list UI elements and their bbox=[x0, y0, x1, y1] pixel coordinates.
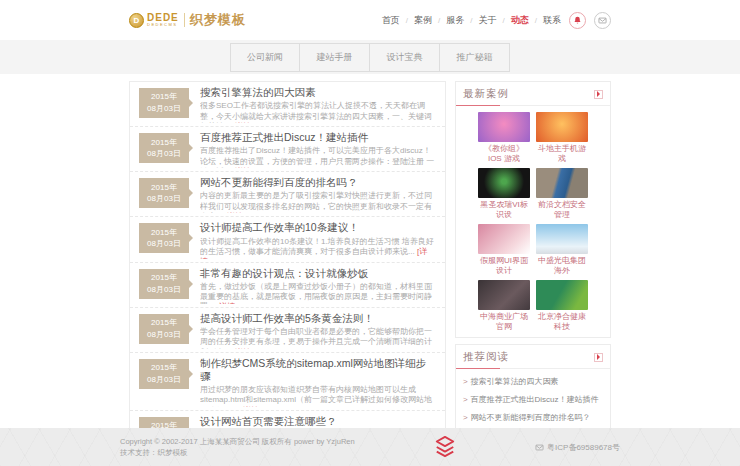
article-title[interactable]: 设计网站首页需要注意哪些？ bbox=[200, 415, 435, 428]
case-item[interactable]: 前沿文档安全管理 bbox=[536, 168, 588, 219]
article-desc-text: 内容的更新最主要的是为了吸引搜索引擎对快照进行更新，不过同样我们可以发现很多排名… bbox=[200, 191, 432, 213]
article-more-link[interactable]: [详情] bbox=[233, 348, 253, 349]
case-caption[interactable]: 前沿文档安全管理 bbox=[536, 200, 588, 219]
case-thumbnail[interactable] bbox=[536, 224, 588, 254]
article-date-badge: 2015年 08月03日 bbox=[139, 417, 189, 428]
article-date-day: 08月03日 bbox=[147, 148, 181, 160]
nav-item-home[interactable]: 首页 bbox=[382, 14, 400, 27]
article-item[interactable]: 2015年 08月03日 百度推荐正式推出Discuz！建站插件 百度推荐推出了… bbox=[130, 127, 445, 172]
nav-item-services[interactable]: 服务 bbox=[446, 14, 464, 27]
site-logo[interactable]: D DEDE DEDECMS 织梦模板 bbox=[129, 11, 246, 29]
copyright-line: Copyright © 2002-2017 上海某某商贸公司 版权所有 powe… bbox=[120, 436, 355, 447]
nav-item-cases[interactable]: 案例 bbox=[414, 14, 432, 27]
recommended-article-label: 搜索引擎算法的四大因素 bbox=[471, 377, 559, 386]
case-caption[interactable]: 《教你组》IOS 游戏 bbox=[478, 144, 530, 163]
more-reading-arrow-icon[interactable] bbox=[594, 353, 603, 362]
article-date-year: 2015年 bbox=[151, 317, 177, 329]
article-item[interactable]: 2015年 08月03日 搜索引擎算法的四大因素 很多SEO工作者都说搜索引擎的… bbox=[130, 82, 445, 127]
article-desc: 设计师提高工作效率的10条建议！1.培养良好的生活习惯 培养良好的生活习惯，做事… bbox=[200, 237, 435, 259]
article-item[interactable]: 2015年 08月03日 设计网站首页需要注意哪些？ 不论作为企业自身还是网站优… bbox=[130, 411, 445, 428]
case-thumbnail[interactable] bbox=[536, 168, 588, 198]
article-body: 设计师提高工作效率的10条建议！ 设计师提高工作效率的10条建议！1.培养良好的… bbox=[200, 221, 435, 258]
article-more-link[interactable]: [详情] bbox=[241, 406, 261, 407]
recommended-article-link[interactable]: >百度推荐正式推出Discuz！建站插件 bbox=[456, 390, 610, 408]
article-desc-text: 学会任务管理对于每个自由职业者都是必要的，它能够帮助你把一周的任务安排更有条理，… bbox=[200, 327, 432, 349]
tab-company-news[interactable]: 公司新闻 bbox=[230, 43, 300, 72]
case-thumbnail[interactable] bbox=[478, 168, 530, 198]
article-date-year: 2015年 bbox=[151, 362, 177, 374]
case-caption[interactable]: 假服网UI界面设计 bbox=[478, 256, 530, 275]
nav-item-contact[interactable]: 联系 bbox=[543, 14, 561, 27]
recommended-article-link[interactable]: >搜索引擎算法的四大因素 bbox=[456, 372, 610, 390]
article-title[interactable]: 百度推荐正式推出Discuz！建站插件 bbox=[200, 131, 435, 144]
article-date-year: 2015年 bbox=[151, 420, 177, 428]
article-body: 提高设计师工作效率的5条黄金法则！ 学会任务管理对于每个自由职业者都是必要的，它… bbox=[200, 312, 435, 349]
article-desc-text: 很多SEO工作者都说搜索引擎的算法让人捉摸不透，天天都在调整，今天小编就给大家讲… bbox=[200, 101, 432, 123]
nav-item-about[interactable]: 关于 bbox=[479, 14, 497, 27]
article-item[interactable]: 2015年 08月03日 设计师提高工作效率的10条建议！ 设计师提高工作效率的… bbox=[130, 217, 445, 262]
article-more-link[interactable]: [详情] bbox=[217, 302, 237, 303]
article-date-badge: 2015年 08月03日 bbox=[139, 223, 189, 253]
case-thumbnail[interactable] bbox=[536, 112, 588, 142]
article-body: 搜索引擎算法的四大因素 很多SEO工作者都说搜索引擎的算法让人捉摸不透，天天都在… bbox=[200, 86, 435, 123]
footer-copyright: Copyright © 2002-2017 上海某某商贸公司 版权所有 powe… bbox=[120, 436, 355, 459]
nav-item-news-active[interactable]: 动态 bbox=[511, 14, 529, 27]
article-date-year: 2015年 bbox=[151, 272, 177, 284]
article-date-day: 08月03日 bbox=[147, 284, 181, 296]
article-title[interactable]: 网站不更新能得到百度的排名吗？ bbox=[200, 176, 435, 189]
nav-separator: / bbox=[503, 16, 505, 25]
article-date-year: 2015年 bbox=[151, 227, 177, 239]
case-caption[interactable]: 黑圣农瑞VI标识设 bbox=[478, 200, 530, 219]
article-date-badge: 2015年 08月03日 bbox=[139, 133, 189, 163]
case-caption[interactable]: 北京净合健康科技 bbox=[536, 312, 588, 331]
latest-cases-title: 最新案例 bbox=[463, 87, 509, 101]
article-more-link[interactable]: [详情] bbox=[233, 122, 253, 123]
case-thumbnail[interactable] bbox=[478, 280, 530, 310]
bullet: > bbox=[463, 413, 468, 422]
case-caption[interactable]: 斗地主手机游戏 bbox=[536, 144, 588, 163]
mail-icon[interactable] bbox=[594, 12, 611, 29]
tab-promotion[interactable]: 推广秘籍 bbox=[440, 43, 510, 72]
case-item[interactable]: 假服网UI界面设计 bbox=[478, 224, 530, 275]
article-title[interactable]: 设计师提高工作效率的10条建议！ bbox=[200, 221, 435, 234]
case-item[interactable]: 北京净合健康科技 bbox=[536, 280, 588, 331]
recommended-list: >搜索引擎算法的四大因素 >百度推荐正式推出Discuz！建站插件 >网站不更新… bbox=[456, 369, 610, 428]
article-body: 制作织梦CMS系统的sitemap.xml网站地图详细步骤 用过织梦的朋友应该都… bbox=[200, 357, 435, 407]
case-item[interactable]: 斗地主手机游戏 bbox=[536, 112, 588, 163]
article-item[interactable]: 2015年 08月03日 提高设计师工作效率的5条黄金法则！ 学会任务管理对于每… bbox=[130, 308, 445, 353]
tab-site-manual[interactable]: 建站手册 bbox=[300, 43, 370, 72]
site-title: 织梦模板 bbox=[190, 11, 246, 29]
nav-separator: / bbox=[438, 16, 440, 25]
case-thumbnail[interactable] bbox=[478, 224, 530, 254]
article-item[interactable]: 2015年 08月03日 网站不更新能得到百度的排名吗？ 内容的更新最主要的是为… bbox=[130, 172, 445, 217]
more-cases-arrow-icon[interactable] bbox=[594, 90, 603, 99]
recommended-article-label: 百度推荐正式推出Discuz！建站插件 bbox=[471, 395, 599, 404]
article-more-link[interactable]: [详情] bbox=[233, 167, 253, 168]
tab-design-tips[interactable]: 设计宝典 bbox=[370, 43, 440, 72]
footer-logo-icon bbox=[434, 434, 456, 460]
article-title[interactable]: 非常有趣的设计观点：设计就像炒饭 bbox=[200, 267, 435, 280]
case-item[interactable]: 黑圣农瑞VI标识设 bbox=[478, 168, 530, 219]
icp-number: 粤ICP备69589678号 bbox=[547, 442, 620, 453]
case-item[interactable]: 中盛光电集团海外 bbox=[536, 224, 588, 275]
case-item[interactable]: 中海商业广场官网 bbox=[478, 280, 530, 331]
article-desc: 学会任务管理对于每个自由职业者都是必要的，它能够帮助你把一周的任务安排更有条理，… bbox=[200, 327, 435, 349]
article-item[interactable]: 2015年 08月03日 制作织梦CMS系统的sitemap.xml网站地图详细… bbox=[130, 353, 445, 411]
article-body: 非常有趣的设计观点：设计就像炒饭 首先，做过炒饭（或是上网查过炒饭小册子）的都知… bbox=[200, 267, 435, 304]
case-item[interactable]: 《教你组》IOS 游戏 bbox=[478, 112, 530, 163]
bell-icon[interactable] bbox=[569, 12, 586, 29]
recommended-article-link[interactable]: >网站不更新能得到百度的排名吗？ bbox=[456, 408, 610, 426]
article-title[interactable]: 制作织梦CMS系统的sitemap.xml网站地图详细步骤 bbox=[200, 357, 435, 383]
case-caption[interactable]: 中盛光电集团海外 bbox=[536, 256, 588, 275]
article-more-link[interactable]: [详情] bbox=[225, 212, 245, 213]
case-thumbnail[interactable] bbox=[536, 280, 588, 310]
article-title[interactable]: 搜索引擎算法的四大因素 bbox=[200, 86, 435, 99]
article-desc-text: 用过织梦的朋友应该都知道织梦自带有内核网站地图可以生成sitemap.html和… bbox=[200, 385, 432, 407]
category-subnav: 公司新闻 建站手册 设计宝典 推广秘籍 bbox=[0, 40, 740, 74]
article-title[interactable]: 提高设计师工作效率的5条黄金法则！ bbox=[200, 312, 435, 325]
nav-separator: / bbox=[470, 16, 472, 25]
case-thumbnail[interactable] bbox=[478, 112, 530, 142]
case-caption[interactable]: 中海商业广场官网 bbox=[478, 312, 530, 331]
article-item[interactable]: 2015年 08月03日 非常有趣的设计观点：设计就像炒饭 首先，做过炒饭（或是… bbox=[130, 263, 445, 308]
logo-brand: DEDE DEDECMS bbox=[147, 13, 179, 27]
